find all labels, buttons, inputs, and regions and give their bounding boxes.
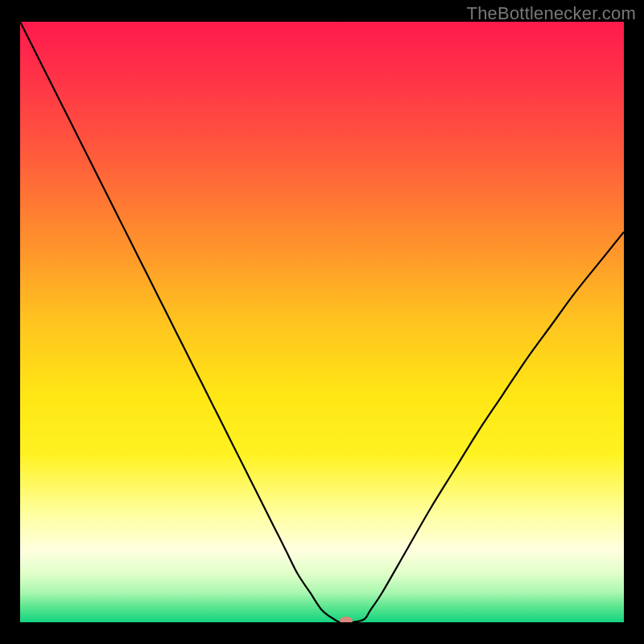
bottleneck-chart-svg bbox=[20, 22, 624, 622]
gradient-background bbox=[20, 22, 624, 622]
plot-area bbox=[20, 22, 624, 622]
chart-frame: TheBottlenecker.com bbox=[0, 0, 644, 644]
watermark-text: TheBottlenecker.com bbox=[467, 3, 636, 24]
